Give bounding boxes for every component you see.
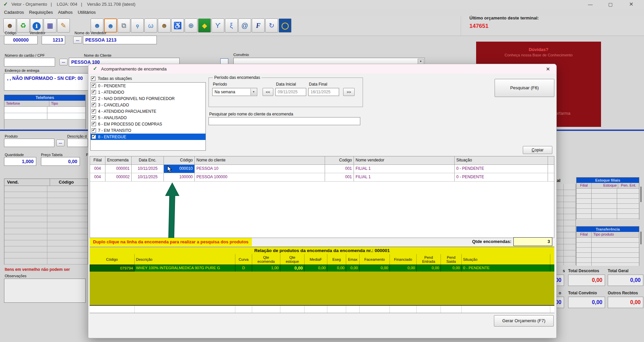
book-icon[interactable]: ω (144, 18, 157, 33)
app-logo-icon: ✓ (3, 1, 8, 7)
situation-item[interactable]: ✓6 - EM PROCESSO DE COMPRAS (91, 121, 205, 127)
at-icon[interactable]: @ (238, 18, 251, 33)
menu-utilitarios[interactable]: Utilitários (78, 10, 95, 15)
menu-requisicoes[interactable]: Requisições (29, 10, 53, 15)
chevron-down-icon[interactable]: ▼ (418, 59, 424, 64)
customers-icon[interactable]: ☻ (91, 18, 103, 33)
telefones-rows[interactable] (4, 107, 85, 119)
situation-item[interactable]: ✓4 - ATENDIDO PARCIALMENTE (91, 108, 205, 114)
chevron-down-icon[interactable]: ▼ (250, 89, 257, 95)
vendedor-field[interactable]: 1213 (42, 36, 65, 44)
produto-field[interactable] (4, 139, 54, 147)
dna-icon[interactable]: ξ (225, 18, 238, 33)
product-row[interactable]: 079794 WHEY 100% INTEGRALMEDICA 907G PUR… (90, 265, 554, 272)
produto-browse-button[interactable]: ... (56, 140, 64, 146)
descricao-label: Descrição d (67, 134, 87, 138)
search-client-input[interactable] (209, 117, 360, 125)
transf-col-tipo: Tipo produto (592, 232, 639, 237)
checkbox-icon[interactable]: ✓ (91, 77, 95, 81)
data-inicial-label: Data Inicial (276, 82, 296, 87)
minimize-icon[interactable]: — (583, 0, 598, 9)
products-footer-row (90, 306, 554, 313)
sync-icon[interactable]: ♻ (17, 18, 30, 33)
encomenda-row[interactable]: 004 000002 10/11/2025 100000 PESSOA 1000… (90, 173, 554, 182)
observacoes-field[interactable] (4, 279, 86, 303)
situation-item[interactable]: ✓1 - ATENDIDO (91, 89, 205, 95)
transf-col-filial: Filial (577, 232, 592, 237)
vendedor-label: Vendedor (30, 31, 45, 35)
cliente-browse-button[interactable]: ... (59, 59, 67, 65)
clients-icon[interactable]: ☻ (3, 18, 16, 33)
preco-tabela-label: Preço Tabela (41, 153, 62, 157)
runner-icon[interactable]: ϒ (212, 18, 224, 33)
copy-icon[interactable]: ⧉ (118, 18, 130, 33)
edit-icon[interactable]: ✎ (57, 18, 70, 33)
save-icon[interactable]: ▦ (44, 18, 56, 33)
tipo-column: Tipo (49, 101, 85, 106)
mouse-cursor (167, 165, 172, 173)
all-situations-label: Todas as situações (98, 76, 132, 81)
situation-item[interactable]: ✓2 - NAO DISPONIVEL NO FORNECEDOR (91, 95, 205, 102)
window-title: Vetor - Orçamento | LOJA: 004 | Versão 2… (11, 2, 135, 7)
ring-icon[interactable]: ◯ (279, 18, 291, 33)
total-descontos-label: Total Descontos (568, 268, 599, 273)
gerar-orcamento-button[interactable]: Gerar Orçamento (F7) (494, 315, 554, 327)
toolbar-divider (461, 16, 461, 36)
outros-recbtos-label: Outros Recbtos (608, 291, 638, 295)
total-convenio-value: 0,00 (568, 297, 605, 308)
nome-vendedor-field[interactable]: PESSOA 1213 (83, 36, 157, 44)
refresh-icon[interactable]: ↻ (265, 18, 278, 33)
all-situations-checkbox[interactable]: ✓ Todas as situações (91, 76, 132, 81)
menu-bar: Cadastros Requisições Atalhos Utilitário… (0, 9, 644, 16)
descricao-field[interactable] (67, 139, 88, 147)
quantidade-field[interactable]: 1,000 (4, 157, 36, 166)
customers-active-icon[interactable]: ☻ (104, 18, 117, 33)
data-final-label: Data Final (309, 82, 327, 87)
data-inicial-field[interactable]: 09/11/2025 (275, 88, 306, 96)
title-bar: ✓ Vetor - Orçamento | LOJA: 004 | Versão… (0, 0, 644, 9)
total-convenio-label: Total Convênio (568, 291, 597, 295)
encomendas-grid[interactable]: Filial Encomenda Data Enc. Código Nome d… (90, 156, 554, 238)
cartao-field[interactable] (4, 58, 55, 66)
search-icon[interactable]: ⌕ (131, 18, 144, 33)
vendedor-browse-button[interactable]: ... (73, 37, 82, 44)
brazil-flag-icon[interactable]: ◆ (198, 18, 211, 33)
products-grid-header: Código Descrição Curva Qte ecomenda Qte … (90, 254, 554, 265)
f-logo-icon[interactable]: F (252, 18, 265, 33)
convenio-label: Convênio (233, 53, 249, 57)
data-final-field[interactable]: 16/11/2025 (308, 88, 339, 96)
pesquisar-button[interactable]: Pesquisar (F6) (495, 79, 554, 97)
nome-cliente-label: Nome do Cliente (84, 53, 111, 57)
info-icon[interactable]: ℹ (30, 18, 43, 33)
cart-icon[interactable]: ♿ (171, 18, 184, 33)
periodo-label: Período (213, 82, 227, 87)
telefone-column: Telefone (4, 101, 49, 106)
periodo-combo[interactable]: Na semana ▼ (212, 88, 257, 96)
person-icon[interactable]: ☻ (158, 18, 171, 33)
situation-item[interactable]: ✓3 - CANCELADO (91, 102, 205, 108)
situation-item[interactable]: ✓0 - PENDENTE (91, 83, 205, 89)
preco-tabela-field[interactable]: 0,00 (41, 157, 80, 166)
situation-item[interactable]: ✓5 - ANALISADO (91, 114, 205, 121)
transferencia-header: Transferência (577, 227, 639, 232)
brand-fragment: orfarma (555, 111, 570, 116)
double-click-hint: Duplo clique na linha da encomenda para … (90, 238, 252, 246)
period-next-button[interactable]: >> (343, 88, 355, 96)
situations-listbox[interactable]: ✓0 - PENDENTE ✓1 - ATENDIDO ✓2 - NAO DIS… (90, 82, 206, 151)
globe-icon[interactable]: ⊕ (185, 18, 197, 33)
copiar-button[interactable]: Copiar (523, 146, 552, 154)
close-icon[interactable]: ✕ (624, 0, 639, 9)
codigo-field[interactable]: 000000 (4, 36, 38, 44)
qtde-encomendas-value: 3 (513, 237, 552, 246)
estoque-col-estoque: Estoque (592, 183, 618, 188)
encomenda-row[interactable]: 004 000001 10/11/2025 000010 PESSOA 10 0… (90, 165, 554, 173)
itens-grid[interactable]: Vend. Código (4, 179, 88, 264)
situation-item[interactable]: ✓7 - EM TRANSITO (91, 127, 205, 134)
situation-item-selected[interactable]: ✓8 - ENTREGUE (91, 134, 205, 140)
estoque-rows (577, 189, 639, 219)
menu-cadastros[interactable]: Cadastros (4, 10, 24, 15)
menu-atalhos[interactable]: Atalhos (58, 10, 73, 15)
dialog-close-icon[interactable]: ✕ (544, 65, 552, 73)
maximize-icon[interactable]: ▢ (603, 0, 618, 9)
period-prev-button[interactable]: << (263, 88, 273, 96)
